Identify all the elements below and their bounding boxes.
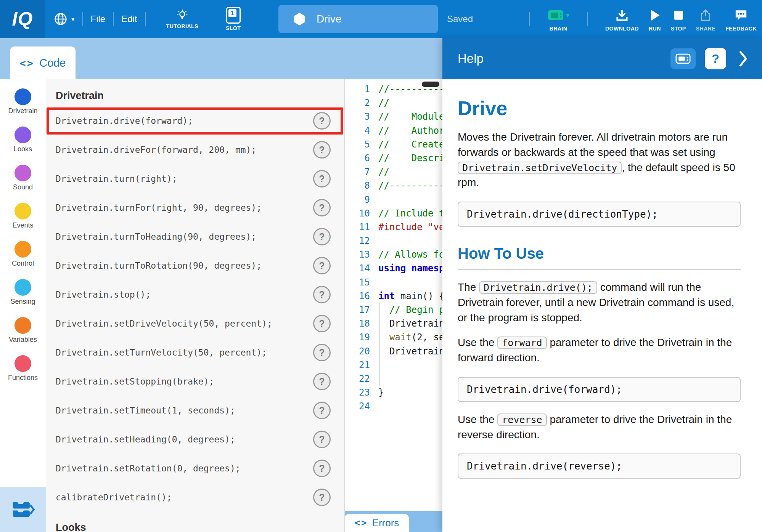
line-code: int main() {: [378, 289, 442, 303]
text-segment: Use the: [458, 337, 497, 348]
command-help-button[interactable]: ?: [313, 228, 331, 245]
editor-line: 15: [345, 276, 442, 289]
command-row[interactable]: Drivetrain.driveFor(forward, 200, mm);?: [46, 135, 344, 164]
command-help-button[interactable]: ?: [313, 431, 331, 448]
command-row[interactable]: Drivetrain.turnToHeading(90, degrees);?: [46, 222, 344, 251]
stop-button[interactable]: STOP: [671, 6, 686, 32]
command-help-button[interactable]: ?: [313, 286, 331, 303]
blocks-toggle-button[interactable]: [0, 487, 46, 532]
command-row[interactable]: Drivetrain.setTurnVelocity(50, percent);…: [46, 338, 344, 367]
command-help-button[interactable]: ?: [313, 112, 331, 130]
command-row[interactable]: Drivetrain.setStopping(brake);?: [46, 367, 344, 396]
line-code: //: [378, 165, 389, 179]
category-color-dot: [14, 88, 31, 105]
line-number: 1: [345, 82, 378, 96]
command-help-button[interactable]: ?: [313, 344, 331, 361]
slot-button[interactable]: 1 SLOT: [226, 7, 241, 31]
command-help-button[interactable]: ?: [313, 402, 331, 419]
stop-icon: [673, 10, 684, 21]
share-icon: [699, 8, 712, 22]
code-editor[interactable]: 1//-------------------------------------…: [344, 79, 442, 532]
command-row[interactable]: Drivetrain.setTimeout(1, seconds);?: [46, 396, 344, 425]
help-sections: The Drivetrain.drive(); command will run…: [458, 280, 741, 479]
help-question-button[interactable]: ?: [705, 48, 726, 69]
sidebar-item-events[interactable]: Events: [8, 203, 38, 229]
download-button[interactable]: DOWNLOAD: [605, 6, 639, 32]
sidebar-item-looks[interactable]: Looks: [8, 127, 38, 153]
command-help-button[interactable]: ?: [313, 141, 331, 159]
line-number: 11: [345, 220, 378, 234]
vexcode-iq-app: IQ ▾ File Edit: [0, 0, 762, 532]
inline-code: Drivetrain.drive();: [479, 281, 597, 294]
sidebar-item-sensing[interactable]: Sensing: [8, 279, 38, 306]
category-rail-items: DrivetrainLooksSoundEventsControlSensing…: [8, 88, 38, 393]
sidebar-item-drivetrain[interactable]: Drivetrain: [8, 88, 38, 115]
command-row[interactable]: Drivetrain.setRotation(0, degrees);?: [46, 454, 344, 483]
editor-line: 16int main() {: [345, 289, 442, 303]
sidebar-item-control[interactable]: Control: [8, 241, 38, 268]
tab-code[interactable]: <> Code: [10, 46, 76, 79]
horizontal-scrollbar-thumb[interactable]: [422, 82, 439, 87]
category-color-dot: [14, 127, 31, 143]
download-label: DOWNLOAD: [605, 26, 639, 32]
command-row[interactable]: Drivetrain.turnFor(right, 90, degrees);?: [46, 193, 344, 222]
toolbar-separator: [82, 12, 83, 26]
help-header: Help ?: [442, 38, 762, 79]
line-number: 24: [345, 399, 378, 413]
tab-errors[interactable]: <> Errors: [345, 514, 409, 532]
editor-line: 3// Module: main.cpp: [345, 110, 442, 123]
command-row[interactable]: Drivetrain.stop();?: [46, 280, 344, 309]
sidebar-item-variables[interactable]: Variables: [8, 317, 38, 344]
command-row[interactable]: Drivetrain.drive(forward);?: [46, 106, 344, 135]
iq-logo[interactable]: IQ: [0, 0, 45, 38]
command-row[interactable]: Drivetrain.setDriveVelocity(50, percent)…: [46, 309, 344, 338]
command-text: calibrateDrivetrain();: [56, 492, 172, 502]
command-help-button[interactable]: ?: [313, 257, 331, 274]
command-row[interactable]: Drivetrain.turnToRotation(90, degrees);?: [46, 251, 344, 280]
feedback-button[interactable]: FEEDBACK: [725, 6, 757, 32]
line-number: 7: [345, 165, 378, 179]
line-number: 16: [345, 289, 378, 303]
sidebar-item-sound[interactable]: Sound: [8, 165, 38, 191]
sidebar-item-functions[interactable]: Functions: [8, 355, 38, 382]
edit-menu[interactable]: Edit: [121, 14, 137, 24]
category-label: Sensing: [10, 298, 35, 306]
brain-button[interactable]: ▾ BRAIN: [547, 6, 569, 32]
command-help-button[interactable]: ?: [313, 170, 331, 187]
command-row[interactable]: Drivetrain.setHeading(0, degrees);?: [46, 425, 344, 454]
text-segment: Use the: [458, 413, 497, 425]
command-text: Drivetrain.setStopping(brake);: [56, 377, 214, 386]
how-to-use-heading: How To Use: [458, 245, 741, 262]
line-code: //: [378, 96, 389, 110]
chevron-down-icon: ▾: [71, 15, 75, 23]
category-color-dot: [14, 355, 31, 372]
help-close-button[interactable]: [735, 48, 751, 69]
file-menu[interactable]: File: [91, 14, 106, 24]
help-paragraph: Use the forward parameter to drive the D…: [458, 335, 741, 365]
help-brain-button[interactable]: [670, 48, 696, 69]
project-name: Drive: [317, 13, 341, 25]
tutorials-button[interactable]: TUTORIALS: [166, 9, 198, 29]
share-button[interactable]: SHARE: [696, 6, 716, 32]
slot-icon: 1: [226, 7, 241, 24]
line-code: #include "vex.h": [378, 220, 442, 234]
command-row[interactable]: calibrateDrivetrain();?: [46, 483, 344, 512]
language-menu[interactable]: ▾: [53, 12, 75, 26]
command-help-button[interactable]: ?: [313, 315, 331, 332]
line-code: using namespace vex;: [378, 261, 442, 275]
chevron-down-icon: ▾: [566, 11, 569, 19]
command-help-button[interactable]: ?: [313, 489, 331, 506]
line-number: 12: [345, 234, 378, 248]
command-list: Drivetrain.drive(forward);?Drivetrain.dr…: [46, 106, 344, 512]
command-help-button[interactable]: ?: [313, 460, 331, 477]
command-help-button[interactable]: ?: [313, 199, 331, 216]
command-text: Drivetrain.setTimeout(1, seconds);: [56, 405, 235, 415]
command-help-button[interactable]: ?: [313, 373, 331, 390]
line-number: 20: [345, 345, 378, 358]
editor-line: 18 Drivetrain.drive(forward);: [345, 317, 442, 330]
hexagon-icon: [293, 12, 306, 26]
project-name-box[interactable]: Drive: [278, 5, 438, 33]
command-row[interactable]: Drivetrain.turn(right);?: [46, 164, 344, 193]
toolbar-left-group: ▾ File Edit TUTORIALS: [45, 0, 241, 38]
run-button[interactable]: RUN: [649, 6, 661, 32]
